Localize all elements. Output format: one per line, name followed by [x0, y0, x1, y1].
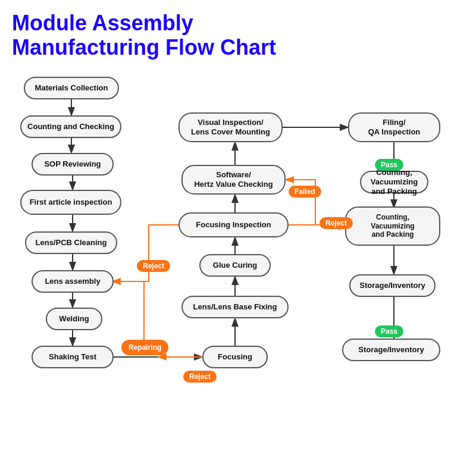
badge-reject-1: Reject [137, 260, 170, 272]
node-glue-curing: Glue Curing [199, 254, 271, 277]
node-counting2: Counting, Vacuumizing and Packing [345, 206, 440, 246]
page-title: Module AssemblyManufacturing Flow Chart [12, 11, 464, 60]
node-shaking: Shaking Test [32, 346, 114, 368]
node-storage: Storage/Inventory [342, 339, 440, 361]
node-oqc: Storage/Inventory [349, 274, 436, 297]
node-first-article: First article inspection [20, 190, 121, 215]
flowchart: Materials Collection Counting and Checki… [12, 71, 464, 440]
node-visual-insp: Visual Inspection/ Lens Cover Mounting [178, 112, 283, 142]
badge-reject-3: Reject [183, 371, 217, 383]
badge-repairing: Repairing [121, 340, 168, 355]
badge-reject-2: Reject [320, 217, 353, 229]
page: Module AssemblyManufacturing Flow Chart [0, 0, 476, 476]
node-software-hertz: Software/ Hertz Value Checking [181, 165, 286, 195]
badge-pass-2: Pass [375, 325, 403, 337]
node-focusing: Focusing [202, 346, 268, 368]
node-labelling: Counting, Vacuumizing and Packing [360, 171, 428, 193]
node-materials: Materials Collection [24, 77, 119, 99]
node-welding: Welding [46, 308, 102, 330]
node-sop: SOP Reviewing [32, 153, 114, 176]
node-lens-assembly: Lens assembly [32, 270, 114, 293]
badge-pass-1: Pass [375, 159, 403, 171]
node-focusing-insp: Focusing Inspection [178, 212, 289, 237]
node-filing: Filing/ QA Inspection [348, 112, 440, 142]
badge-failed: Failed [289, 186, 321, 198]
node-lens-pcb: Lens/PCB Cleaning [25, 231, 117, 254]
node-lens-base: Lens/Lens Base Fixing [181, 296, 289, 318]
node-counting: Counting and Checking [20, 115, 121, 138]
